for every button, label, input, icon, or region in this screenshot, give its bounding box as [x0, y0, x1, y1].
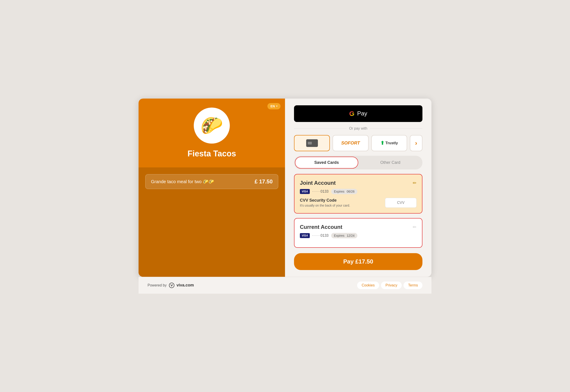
terms-label: Terms [408, 283, 418, 287]
pay-button[interactable]: Pay £17.50 [294, 253, 422, 270]
visa-badge-current: VISA [300, 233, 310, 238]
saved-cards-tab-label: Saved Cards [314, 160, 339, 165]
card-number-dots-joint: · · · · 0133 [313, 189, 329, 194]
tab-saved-cards[interactable]: Saved Cards [295, 157, 358, 168]
tabs-container: Saved Cards Other Card [294, 156, 422, 169]
trustly-t-icon: ⬆ [380, 140, 384, 146]
card-header-joint: Joint Account ✏ [300, 180, 417, 186]
current-card-info: VISA · · · · 0133 Expires 12/24 [300, 233, 417, 238]
joint-account-title: Joint Account [300, 180, 336, 186]
expires-date-current: 12/24 [347, 234, 355, 238]
language-button[interactable]: EN ▾ [268, 103, 281, 109]
credit-card-icon [306, 139, 318, 147]
expires-date-joint: 06/26 [347, 190, 355, 193]
cookies-label: Cookies [362, 283, 375, 287]
footer: Powered by viva.com Cookies Privacy Term… [138, 277, 432, 294]
expires-badge-current: Expires 12/24 [331, 233, 357, 238]
divider-line-left [294, 128, 346, 128]
cvv-label-group: CVV Security Code It's usually on the ba… [300, 198, 350, 207]
restaurant-name: Fiesta Tacos [187, 149, 236, 158]
sofort-label: SOFORT [341, 140, 360, 146]
taco-emoji-icon: 🌮 [200, 115, 223, 136]
expires-badge-joint: Expires 06/26 [331, 189, 357, 194]
cookies-link[interactable]: Cookies [357, 281, 379, 289]
main-container: EN ▾ 🌮 Fiesta Tacos Grande taco meal for… [138, 98, 432, 277]
card-number-dots-current: · · · · 0133 [313, 234, 329, 238]
right-panel: G Pay Or pay with SOFORT [285, 98, 432, 277]
privacy-label: Privacy [386, 283, 397, 287]
saved-card-joint: Joint Account ✏ VISA · · · · 0133 Expire… [294, 174, 422, 213]
cvv-hint: It's usually on the back of your card. [300, 204, 350, 207]
restaurant-logo: 🌮 [194, 108, 230, 144]
order-item-name: Grande taco meal for two 🌮🌮 [151, 179, 214, 184]
visa-badge-joint: VISA [300, 189, 310, 194]
gpay-label: Pay [357, 110, 367, 117]
privacy-link[interactable]: Privacy [381, 281, 402, 289]
current-account-title: Current Account [300, 224, 342, 230]
trustly-text: Trustly [385, 141, 398, 145]
order-item-price: £ 17.50 [255, 179, 273, 185]
cvv-input[interactable] [385, 198, 417, 208]
more-payment-methods-button[interactable]: › [410, 135, 422, 151]
gpay-button[interactable]: G Pay [294, 105, 422, 122]
edit-joint-account-button[interactable]: ✏ [413, 180, 417, 186]
viva-logo-icon [168, 282, 175, 289]
trustly-logo: ⬆ Trustly [380, 140, 398, 146]
pay-button-label: Pay £17.50 [343, 258, 373, 265]
order-item: Grande taco meal for two 🌮🌮 £ 17.50 [145, 174, 278, 189]
powered-by-text: Powered by [148, 283, 167, 287]
divider-text: Or pay with [349, 126, 367, 130]
edit-current-account-button[interactable]: ✏ [413, 224, 417, 230]
card-payment-button[interactable] [294, 135, 330, 151]
trustly-payment-button[interactable]: ⬆ Trustly [371, 135, 407, 151]
terms-link[interactable]: Terms [404, 281, 422, 289]
lang-label: EN [270, 104, 275, 108]
google-g-icon: G [349, 110, 354, 117]
divider: Or pay with [294, 126, 422, 130]
more-icon: › [415, 140, 417, 147]
cvv-label: CVV Security Code [300, 198, 350, 203]
joint-card-info: VISA · · · · 0133 Expires 06/26 [300, 189, 417, 194]
expires-label-current: Expires [334, 234, 345, 238]
card-header-current: Current Account ✏ [300, 224, 417, 230]
tab-other-card[interactable]: Other Card [359, 157, 421, 168]
other-card-tab-label: Other Card [380, 160, 400, 165]
order-section: Grande taco meal for two 🌮🌮 £ 17.50 [138, 168, 285, 277]
saved-card-current: Current Account ✏ VISA · · · · 0133 Expi… [294, 218, 422, 248]
sofort-payment-button[interactable]: SOFORT [332, 135, 368, 151]
divider-line-right [370, 128, 422, 128]
payment-methods-row: SOFORT ⬆ Trustly › [294, 135, 422, 151]
viva-domain: viva.com [177, 283, 194, 288]
chevron-down-icon: ▾ [276, 105, 277, 107]
cvv-section: CVV Security Code It's usually on the ba… [300, 198, 417, 208]
footer-links: Cookies Privacy Terms [357, 281, 422, 289]
expires-label-joint: Expires [334, 190, 345, 193]
powered-by: Powered by viva.com [148, 282, 194, 289]
left-panel: EN ▾ 🌮 Fiesta Tacos Grande taco meal for… [138, 98, 285, 277]
